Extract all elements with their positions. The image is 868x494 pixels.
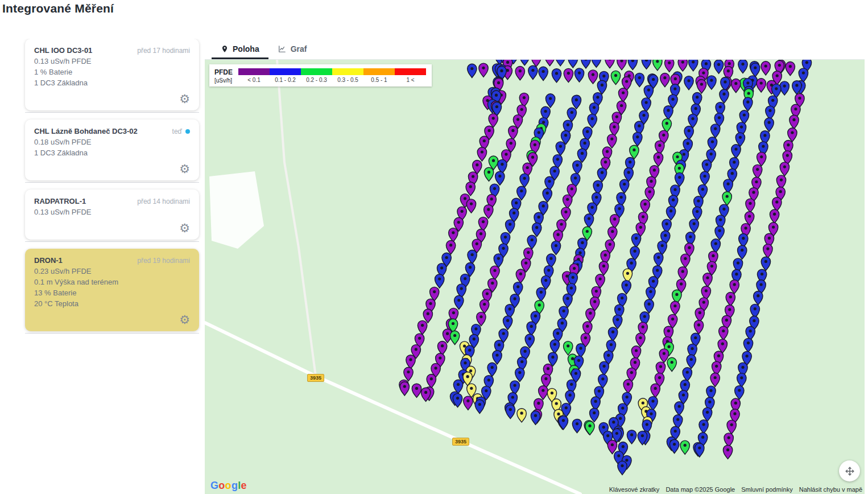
map-pin[interactable] [631, 233, 640, 247]
terms-link[interactable]: Smluvní podmínky [741, 486, 792, 493]
map-pin[interactable] [735, 386, 744, 400]
map-pin[interactable] [567, 108, 576, 121]
map-pin[interactable] [617, 60, 626, 70]
map-pin[interactable] [412, 384, 421, 397]
map-pin[interactable] [722, 192, 731, 205]
map-pin[interactable] [527, 235, 536, 249]
map-pin[interactable] [598, 374, 607, 388]
map-pin[interactable] [539, 386, 548, 400]
map-pin[interactable] [664, 106, 673, 120]
map-pin[interactable] [479, 63, 488, 77]
scrollbar-track[interactable] [865, 0, 868, 494]
map-pin[interactable] [506, 405, 515, 418]
map-pin[interactable] [539, 67, 548, 80]
map-pin[interactable] [788, 128, 797, 142]
map-pin[interactable] [726, 293, 735, 306]
map-pin[interactable] [757, 152, 766, 166]
map-pin[interactable] [584, 214, 593, 228]
map-pin[interactable] [710, 373, 720, 386]
map-pin[interactable] [610, 215, 619, 228]
map-pin[interactable] [545, 60, 554, 66]
map-pin[interactable] [667, 357, 676, 371]
map-pin[interactable] [708, 137, 717, 151]
map-pin[interactable] [730, 280, 739, 294]
map-pin[interactable] [699, 420, 708, 434]
map-pin[interactable] [731, 79, 741, 93]
map-pin[interactable] [590, 408, 599, 422]
map-pin[interactable] [552, 69, 561, 83]
map-pin[interactable] [517, 186, 526, 200]
map-pin[interactable] [586, 308, 595, 322]
map-pin[interactable] [675, 402, 684, 415]
map-pin[interactable] [753, 164, 762, 178]
map-pin[interactable] [723, 445, 732, 459]
map-pin[interactable] [678, 267, 687, 281]
map-pin[interactable] [599, 261, 608, 275]
map-pin[interactable] [660, 73, 669, 87]
map-pin[interactable] [607, 134, 617, 148]
map-pin[interactable] [680, 441, 689, 454]
keyboard-shortcuts-link[interactable]: Klávesové zkratky [609, 486, 660, 493]
map-pin[interactable] [738, 245, 747, 259]
map-pin[interactable] [543, 188, 552, 202]
map-pin[interactable] [711, 124, 720, 138]
map-pin[interactable] [581, 60, 590, 68]
map-pin[interactable] [559, 306, 568, 320]
map-pin[interactable] [751, 63, 760, 77]
map-pin[interactable] [640, 200, 650, 213]
map-pin[interactable] [588, 70, 597, 84]
map-pin[interactable] [576, 344, 585, 357]
map-pin[interactable] [693, 207, 702, 220]
map-pin[interactable] [464, 396, 473, 410]
map-pin[interactable] [597, 80, 606, 94]
map-pin[interactable] [671, 301, 680, 315]
map-pin[interactable] [592, 60, 601, 67]
pan-control-button[interactable] [839, 460, 860, 481]
map-pin[interactable] [763, 244, 772, 258]
device-settings-button[interactable]: ⚙ [179, 222, 190, 234]
map-pin[interactable] [689, 219, 698, 233]
tab-graf[interactable]: Graf [268, 39, 316, 59]
map-pin[interactable] [703, 273, 712, 287]
map-pin[interactable] [449, 228, 458, 242]
map-pin[interactable] [642, 98, 651, 112]
map-canvas[interactable]: PFDE [uSv/h] < 0.1 0.1 - 0.2 0.2 - 0.3 0… [205, 60, 865, 494]
map-pin[interactable] [564, 68, 573, 82]
map-pin[interactable] [636, 333, 645, 347]
map-pin[interactable] [550, 340, 559, 353]
map-pin[interactable] [635, 73, 644, 87]
map-pin[interactable] [715, 226, 724, 240]
map-pin[interactable] [683, 368, 692, 381]
map-pin[interactable] [764, 118, 774, 131]
map-pin[interactable] [564, 341, 573, 355]
map-pin[interactable] [531, 411, 540, 425]
map-pin[interactable] [697, 80, 706, 93]
map-pin[interactable] [418, 320, 427, 334]
map-pin[interactable] [666, 207, 675, 220]
map-pin[interactable] [669, 439, 679, 453]
map-pin[interactable] [786, 62, 795, 76]
map-pin[interactable] [645, 187, 654, 201]
map-pin[interactable] [515, 67, 524, 80]
map-pin[interactable] [563, 294, 572, 307]
map-pin[interactable] [477, 312, 486, 326]
map-pin[interactable] [454, 295, 464, 309]
map-pin[interactable] [495, 171, 505, 185]
map-pin[interactable] [506, 220, 515, 233]
map-pin[interactable] [487, 363, 497, 376]
map-pin[interactable] [466, 182, 475, 196]
map-pin[interactable] [644, 299, 654, 313]
device-card[interactable]: CHL Lázně Bohdaneč DC3-02 teď 0.18 uSv/h… [25, 120, 199, 180]
map-pin[interactable] [545, 94, 555, 108]
map-pin[interactable] [618, 461, 627, 475]
map-pin[interactable] [489, 114, 498, 127]
map-pin[interactable] [423, 309, 432, 323]
map-pin[interactable] [574, 68, 584, 82]
map-pin[interactable] [654, 153, 663, 166]
map-pin[interactable] [536, 287, 545, 301]
map-pin[interactable] [593, 180, 602, 194]
map-pin[interactable] [468, 250, 477, 264]
map-pin[interactable] [450, 331, 459, 344]
map-pin[interactable] [528, 65, 538, 79]
map-pin[interactable] [515, 368, 524, 381]
